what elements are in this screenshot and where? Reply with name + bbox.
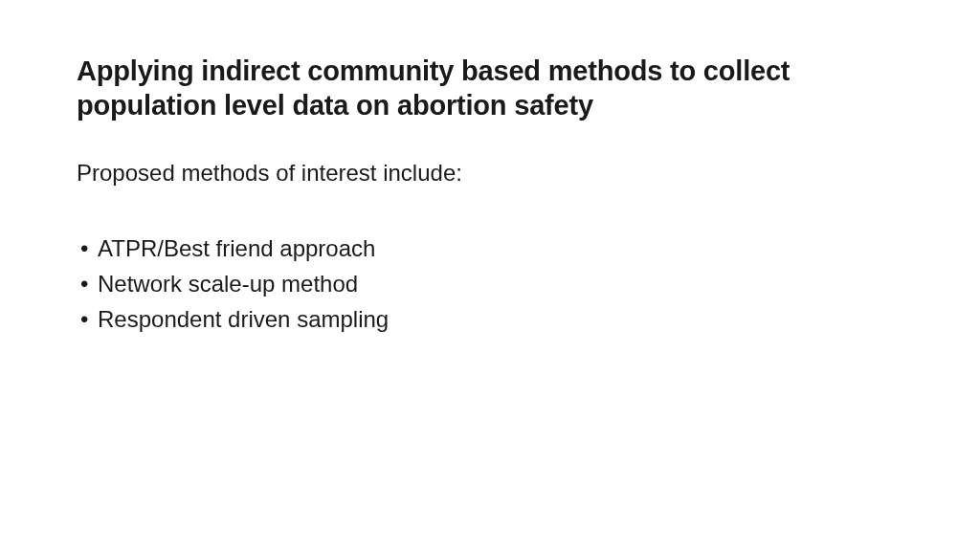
slide-title: Applying indirect community based method… [77, 54, 903, 123]
list-item: Network scale-up method [80, 266, 903, 301]
list-item: ATPR/Best friend approach [80, 231, 903, 266]
bullet-list: ATPR/Best friend approach Network scale-… [77, 231, 903, 338]
list-item: Respondent driven sampling [80, 301, 903, 337]
intro-text: Proposed methods of interest include: [77, 158, 903, 188]
